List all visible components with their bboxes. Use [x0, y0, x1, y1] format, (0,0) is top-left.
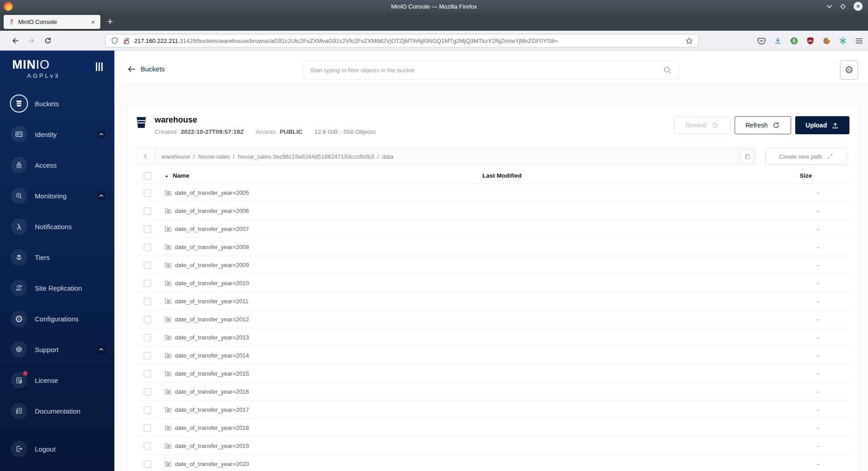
table-row[interactable]: date_of_transfer_year=2019- [136, 437, 849, 455]
table-row[interactable]: date_of_transfer_year=2014- [136, 347, 849, 365]
sidebar-item-access[interactable]: Access [0, 150, 114, 180]
row-checkbox[interactable] [144, 207, 151, 215]
sidebar-item-logout[interactable]: Logout [0, 433, 114, 464]
window-maximize-icon[interactable] [840, 3, 846, 10]
object-name[interactable]: date_of_transfer_year=2011 [175, 298, 249, 305]
tracking-protection-shield-icon[interactable] [111, 37, 118, 45]
url-bar[interactable]: 217.160.222.211:31429/buckets/warehouse/… [105, 34, 698, 47]
object-name[interactable]: date_of_transfer_year=2010 [175, 280, 249, 287]
sidebar-item-documentation[interactable]: Documentation [0, 396, 114, 426]
row-checkbox[interactable] [144, 352, 151, 359]
reload-button[interactable] [44, 37, 52, 45]
breadcrumb-segment[interactable]: house-sales [198, 153, 230, 160]
containers-asterisk-icon[interactable] [839, 37, 847, 45]
row-checkbox[interactable] [144, 226, 151, 233]
browser-tab[interactable]: MinIO Console × [4, 15, 100, 29]
row-checkbox[interactable] [144, 316, 151, 323]
new-tab-button[interactable]: + [107, 16, 113, 28]
extension-green-icon[interactable] [790, 37, 798, 45]
object-name[interactable]: date_of_transfer_year=2005 [175, 189, 249, 196]
table-row[interactable]: date_of_transfer_year=2005- [136, 184, 849, 202]
table-row[interactable]: date_of_transfer_year=2013- [136, 329, 849, 347]
column-last-modified[interactable]: Last Modified [482, 172, 799, 179]
url-text[interactable]: 217.160.222.211:31429/buckets/warehouse/… [134, 38, 557, 44]
upload-button[interactable]: Upload [795, 116, 849, 134]
sidebar-item-configurations[interactable]: ⚙ Configurations [0, 303, 114, 334]
insecure-connection-lock-icon[interactable] [123, 37, 130, 45]
chevron-up-icon[interactable] [97, 345, 105, 353]
table-row[interactable]: date_of_transfer_year=2016- [136, 383, 849, 401]
back-button[interactable] [11, 37, 19, 45]
sidebar-item-monitoring[interactable]: Monitoring [0, 180, 114, 211]
sidebar-item-site-replication[interactable]: Site Replication [0, 273, 114, 303]
object-name[interactable]: date_of_transfer_year=2006 [175, 207, 249, 214]
breadcrumb-segment[interactable]: data [382, 153, 393, 160]
sidebar-item-support[interactable]: Support [0, 334, 114, 365]
row-checkbox[interactable] [144, 406, 151, 414]
sidebar-item-identity[interactable]: Identity [0, 119, 114, 150]
menu-hamburger-icon[interactable] [855, 37, 863, 45]
table-row[interactable]: date_of_transfer_year=2009- [136, 256, 849, 274]
table-row[interactable]: date_of_transfer_year=2018- [136, 419, 849, 437]
sort-ascending-icon[interactable]: ▲ [165, 174, 169, 178]
chevron-up-icon[interactable] [97, 192, 105, 200]
tab-close-icon[interactable]: × [90, 19, 96, 26]
create-new-path-button[interactable]: Create new path [765, 148, 847, 165]
table-row[interactable]: date_of_transfer_year=2008- [136, 238, 849, 256]
row-checkbox[interactable] [144, 388, 151, 396]
object-name[interactable]: date_of_transfer_year=2016 [175, 388, 249, 395]
downloads-icon[interactable] [774, 37, 782, 45]
breadcrumb-segment[interactable]: house_sales-3ec96c19a6244d5186247193cccf… [238, 153, 374, 160]
table-row[interactable]: date_of_transfer_year=2017- [136, 401, 849, 419]
select-all-checkbox[interactable] [144, 172, 151, 179]
column-name[interactable]: Name [173, 172, 189, 179]
object-name[interactable]: date_of_transfer_year=2009 [175, 262, 249, 268]
row-checkbox[interactable] [144, 424, 151, 432]
row-checkbox[interactable] [144, 443, 151, 450]
object-name[interactable]: date_of_transfer_year=2020 [175, 461, 249, 467]
row-checkbox[interactable] [144, 370, 151, 377]
search-input[interactable] [310, 67, 663, 74]
column-size[interactable]: Size [799, 172, 849, 179]
table-row[interactable]: date_of_transfer_year=2006- [136, 202, 849, 220]
table-row[interactable]: date_of_transfer_year=2007- [136, 220, 849, 238]
object-name[interactable]: date_of_transfer_year=2013 [175, 334, 249, 341]
row-checkbox[interactable] [144, 461, 151, 468]
row-checkbox[interactable] [144, 334, 151, 341]
object-name[interactable]: date_of_transfer_year=2012 [175, 316, 249, 323]
copy-path-button[interactable] [741, 150, 754, 163]
sidebar-collapse-icon[interactable] [96, 62, 103, 71]
breadcrumb-segment[interactable]: warehouse [161, 153, 190, 160]
back-to-buckets-link[interactable]: Buckets [128, 51, 165, 85]
chevron-up-icon[interactable] [97, 130, 105, 138]
object-name[interactable]: date_of_transfer_year=2007 [175, 226, 249, 232]
ublock-shield-icon[interactable]: UO [806, 37, 815, 45]
row-checkbox[interactable] [144, 244, 151, 251]
sidebar-item-tiers[interactable]: Tiers [0, 242, 114, 273]
forward-button[interactable] [28, 37, 36, 45]
refresh-button[interactable]: Refresh [735, 116, 791, 134]
window-minimize-icon[interactable] [826, 5, 832, 9]
path-back-button[interactable] [137, 148, 155, 165]
object-name[interactable]: date_of_transfer_year=2018 [175, 424, 249, 431]
rewind-button[interactable]: Rewind [674, 116, 731, 134]
settings-gear-button[interactable]: ⚙ [840, 61, 858, 80]
object-name[interactable]: date_of_transfer_year=2015 [175, 370, 249, 377]
table-row[interactable]: date_of_transfer_year=2010- [136, 274, 849, 292]
bookmark-star-icon[interactable] [685, 37, 693, 45]
object-name[interactable]: date_of_transfer_year=2019 [175, 443, 249, 449]
row-checkbox[interactable] [144, 280, 151, 287]
table-row[interactable]: date_of_transfer_year=2020- [136, 455, 849, 471]
table-row[interactable]: date_of_transfer_year=2011- [136, 292, 849, 311]
object-name[interactable]: date_of_transfer_year=2008 [175, 244, 249, 250]
object-name[interactable]: date_of_transfer_year=2017 [175, 406, 249, 413]
sidebar-item-buckets[interactable]: Buckets [0, 88, 114, 119]
sidebar-item-notifications[interactable]: λ Notifications [0, 211, 114, 242]
pocket-icon[interactable] [757, 37, 766, 45]
row-checkbox[interactable] [144, 189, 151, 197]
row-checkbox[interactable] [144, 262, 151, 269]
row-checkbox[interactable] [144, 298, 151, 305]
cookie-extension-icon[interactable] [822, 37, 831, 45]
window-close-icon[interactable]: × [854, 2, 863, 11]
object-name[interactable]: date_of_transfer_year=2014 [175, 352, 249, 359]
